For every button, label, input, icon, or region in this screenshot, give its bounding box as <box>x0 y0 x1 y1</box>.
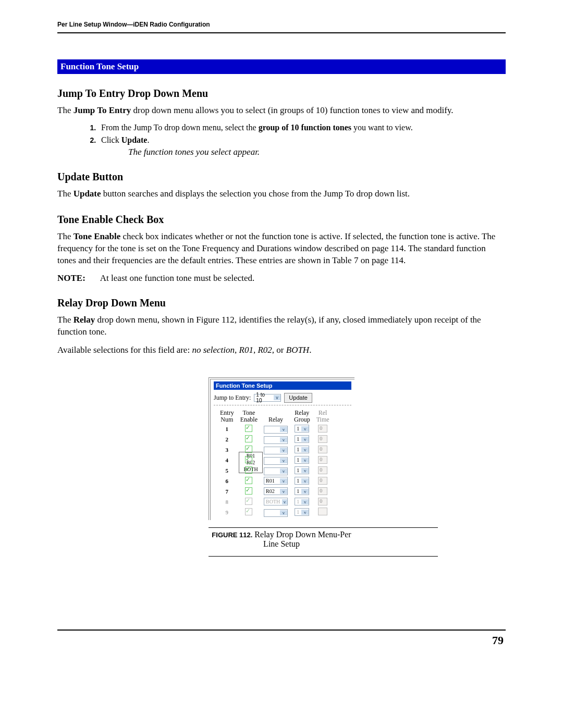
col-entry-num: EntryNum <box>218 410 236 423</box>
tone-enable-cell <box>238 497 260 507</box>
tone-enable-checkbox[interactable] <box>245 456 252 463</box>
note-text: At least one function tone must be selec… <box>100 273 254 283</box>
rel-time-input[interactable] <box>318 508 327 515</box>
chevron-down-icon: v <box>301 447 309 452</box>
tone-enable-checkbox[interactable] <box>245 508 252 515</box>
tone-enable-cell <box>238 435 260 444</box>
tone-enable-checkbox[interactable] <box>245 446 252 453</box>
relay-select[interactable]: v <box>264 509 288 517</box>
rel-time-input[interactable]: 0 <box>318 446 327 453</box>
rel-time-input[interactable]: 0 <box>318 425 327 433</box>
update-button[interactable]: Update <box>284 393 312 403</box>
rel-time-cell: 0 <box>314 435 332 444</box>
text-italic: no selection, R01, R02, <box>192 345 276 355</box>
text-bold: Update <box>74 189 101 199</box>
tone-enable-checkbox[interactable] <box>245 487 252 495</box>
text: drop down menu, shown in Figure 112, ide… <box>57 315 481 337</box>
relay-group-select[interactable]: 1v <box>295 466 309 474</box>
chevron-down-icon: v <box>301 489 309 494</box>
rel-time-cell: 0 <box>314 424 332 434</box>
tone-enable-checkbox[interactable] <box>245 477 252 484</box>
relay-group-select[interactable]: 1v <box>295 425 309 433</box>
rel-time-cell <box>314 508 332 517</box>
chevron-down-icon: v <box>301 478 309 484</box>
text: From the Jump To drop down menu, select … <box>101 123 259 132</box>
text: check box indicates whether or not the f… <box>57 231 495 265</box>
table-row: 4v1v0 <box>218 455 332 465</box>
relay-cell: v <box>262 508 290 517</box>
table-row: 9v1v <box>218 508 332 517</box>
tone-enable-checkbox[interactable] <box>245 498 252 505</box>
jump-to-entry-label: Jump to Entry: <box>214 394 251 402</box>
figure-caption-label: FIGURE 112. <box>212 531 252 539</box>
chevron-down-icon: v <box>301 510 309 515</box>
running-header: Per Line Setup Window—iDEN Radio Configu… <box>57 21 506 32</box>
chevron-down-icon: v <box>301 437 309 442</box>
text-italic: BOTH <box>286 345 309 355</box>
rel-time-input[interactable]: 0 <box>318 456 327 464</box>
relay-group-select[interactable]: 1v <box>295 456 309 464</box>
relay-select[interactable]: BOTHv <box>264 498 288 505</box>
jump-to-entry-value: 1 to 10 <box>256 392 272 403</box>
tone-enable-checkbox[interactable] <box>245 425 252 432</box>
paragraph-update: The Update button searches and displays … <box>57 188 506 200</box>
entry-num: 5 <box>218 466 236 475</box>
entry-num: 2 <box>218 435 236 444</box>
relay-group-select[interactable]: 1v <box>295 498 309 505</box>
relay-select[interactable]: v <box>264 436 288 444</box>
note-line: NOTE: At least one function tone must be… <box>57 273 506 283</box>
relay-group-select[interactable]: 1v <box>295 446 309 453</box>
rel-time-cell: 0 <box>314 487 332 496</box>
chevron-down-icon: v <box>301 458 309 463</box>
relay-select[interactable]: v <box>264 457 288 465</box>
figure-section-bar: Function Tone Setup <box>214 381 351 390</box>
relay-group-value: 1 <box>297 436 299 442</box>
relay-group-select[interactable]: 1v <box>295 508 309 516</box>
table-row: 7R02v1v0 <box>218 487 332 496</box>
rel-time-input[interactable]: 0 <box>318 477 327 485</box>
chevron-down-icon: v <box>280 427 287 432</box>
rel-time-input[interactable]: 0 <box>318 498 327 505</box>
jump-to-entry-select[interactable]: 1 to 10 v <box>254 394 281 402</box>
heading-update-button: Update Button <box>57 171 506 183</box>
figure-112: Function Tone Setup Jump to Entry: 1 to … <box>209 377 354 557</box>
relay-value: BOTH <box>266 499 280 504</box>
text: . <box>147 135 149 144</box>
rel-time-input[interactable]: 0 <box>318 435 327 443</box>
relay-select[interactable]: v <box>264 447 288 454</box>
relay-group-select[interactable]: 1v <box>295 477 309 485</box>
steps-list: From the Jump To drop down menu, select … <box>57 123 506 157</box>
tone-enable-checkbox[interactable] <box>245 435 252 442</box>
rel-time-cell: 0 <box>314 476 332 486</box>
entry-num: 4 <box>218 455 236 465</box>
function-tone-table: EntryNum ToneEnable Relay RelayGroup Rel… <box>216 409 334 518</box>
figure-caption-rule <box>209 527 438 528</box>
relay-group-select[interactable]: 1v <box>295 435 309 443</box>
relay-select[interactable]: v <box>264 426 288 434</box>
text: you want to view. <box>351 123 413 132</box>
relay-group-select[interactable]: 1v <box>295 487 309 495</box>
relay-select[interactable]: R01v <box>264 477 288 485</box>
relay-group-cell: 1v <box>292 445 312 454</box>
table-row: 3v1v0 <box>218 445 332 454</box>
rel-time-input[interactable]: 0 <box>318 466 327 474</box>
text: . <box>309 345 311 355</box>
step-2: Click Update. The function tones you sel… <box>98 135 506 157</box>
tone-enable-checkbox[interactable] <box>245 466 252 474</box>
relay-group-value: 1 <box>297 467 299 473</box>
figure-caption-text: Relay Drop Down Menu-Per Line Setup <box>252 530 351 548</box>
table-row: 1v1v0 <box>218 424 332 434</box>
chevron-down-icon: v <box>280 489 287 494</box>
paragraph-relay-2: Available selections for this field are:… <box>57 344 506 356</box>
relay-group-cell: 1v <box>292 435 312 444</box>
relay-group-cell: 1v <box>292 487 312 496</box>
relay-group-cell: 1v <box>292 497 312 507</box>
header-rule <box>57 32 506 33</box>
relay-select[interactable]: v <box>264 467 288 475</box>
relay-cell: v <box>262 455 290 465</box>
relay-select[interactable]: R02v <box>264 487 288 495</box>
step-result: The function tones you select appear. <box>128 147 506 157</box>
entry-num: 1 <box>218 424 236 434</box>
rel-time-input[interactable]: 0 <box>318 487 327 495</box>
chevron-down-icon: v <box>280 468 287 474</box>
